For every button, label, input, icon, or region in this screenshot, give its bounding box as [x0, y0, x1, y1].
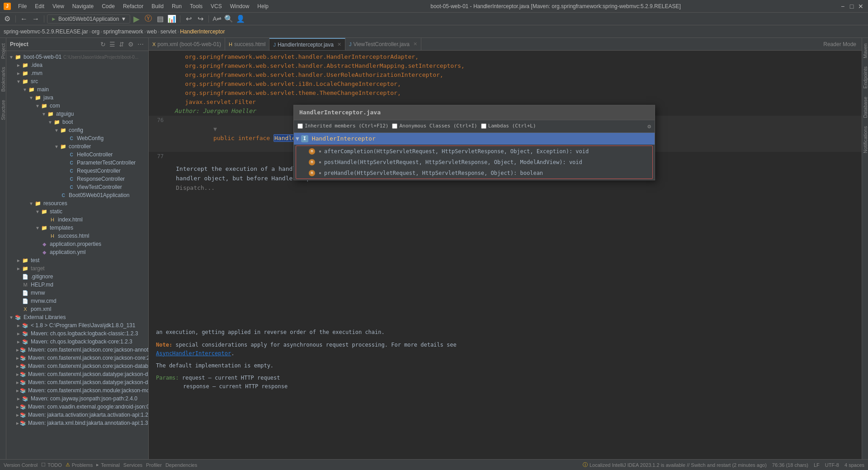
menu-code[interactable]: Code — [98, 2, 118, 10]
tree-gitignore[interactable]: ► 📄 .gitignore — [6, 273, 148, 281]
tab-close-icon2[interactable]: ✕ — [413, 41, 417, 47]
menu-bar[interactable]: File Edit View Navigate Code Refactor Bu… — [14, 2, 272, 10]
user-button[interactable]: 👤 — [235, 14, 246, 24]
anonymous-checkbox[interactable]: Anonymous Classes (Ctrl+I) — [392, 122, 477, 130]
tree-lib-jackson-databind[interactable]: ► 📚 Maven: com.fasterxml.jackson.core:ja… — [6, 362, 148, 370]
terminal-status[interactable]: ▸ Terminal — [96, 462, 120, 468]
profiler-status[interactable]: Profiler — [146, 462, 162, 468]
code-editor[interactable]: org.springframework.web.servlet.handler.… — [149, 51, 862, 459]
tab-successhtml[interactable]: H success.html — [225, 38, 269, 50]
popup-section-handler-interceptor[interactable]: ▼ I HandlerInterceptor — [294, 133, 655, 145]
list-action[interactable]: ☰ — [108, 40, 116, 49]
debug-button[interactable]: Ⓨ — [143, 14, 154, 24]
undo-button[interactable]: ↩ — [183, 14, 194, 24]
tree-viewtestcontroller[interactable]: ► C ViewTestController — [6, 183, 148, 191]
bookmarks-vtab[interactable]: Bookmarks — [0, 63, 7, 95]
tree-static[interactable]: ▼ 📁 static — [6, 207, 148, 216]
lambdas-checkbox-input[interactable] — [481, 123, 486, 129]
popup-method-posthandle[interactable]: m ▪ postHandle(HttpServletRequest, HttpS… — [296, 157, 652, 168]
tree-requestcontroller[interactable]: ► C RequestController — [6, 167, 148, 175]
tree-lib-jackson-core[interactable]: ► 📚 Maven: com.fasterxml.jackson.core:ja… — [6, 354, 148, 362]
menu-run[interactable]: Run — [168, 2, 185, 10]
services-status[interactable]: Services — [123, 462, 142, 468]
tab-close-icon[interactable]: ✕ — [337, 42, 341, 47]
tree-boot05application[interactable]: ► C Boot05Web01Application — [6, 191, 148, 199]
minimize-button[interactable]: − — [839, 3, 846, 10]
tree-jdk[interactable]: ► 📚 < 1.8 > C:\Program Files\Java\jdk1.8… — [6, 321, 148, 329]
sort-action[interactable]: ⇵ — [118, 40, 125, 49]
tab-handlerinterceptor[interactable]: J HandlerInterceptor.java ✕ — [269, 38, 345, 50]
tree-lib-jsonpath[interactable]: ► 📚 Maven: com.jayway.jsonpath:json-path… — [6, 395, 148, 403]
lambdas-checkbox[interactable]: Lambdas (Ctrl+L) — [481, 122, 536, 130]
tab-viewtestcontroller[interactable]: J ViewTestController.java ✕ — [345, 38, 421, 50]
forward-button[interactable]: → — [30, 14, 41, 24]
window-controls[interactable]: − □ ✕ — [839, 3, 864, 10]
tree-helpmd[interactable]: ► M HELP.md — [6, 281, 148, 289]
tree-controller[interactable]: ▼ 📁 controller — [6, 142, 148, 150]
run-button[interactable]: ▶ — [131, 14, 142, 24]
menu-edit[interactable]: Edit — [31, 2, 48, 10]
indent-status[interactable]: 4 spaces — [844, 462, 864, 468]
notifications-tab[interactable]: Notifications — [862, 122, 868, 157]
lf-status[interactable]: LF — [814, 462, 820, 468]
inherited-checkbox[interactable]: Inherited members (Ctrl+F12) — [297, 122, 388, 130]
inherited-checkbox-input[interactable] — [297, 123, 303, 129]
breadcrumb-servlet[interactable]: servlet — [160, 28, 176, 35]
more-action[interactable]: ⋯ — [137, 40, 145, 49]
tree-lib-vaadin[interactable]: ► 📚 Maven: com.vaadin.external.google:an… — [6, 403, 148, 411]
translate-button[interactable]: A⇌ — [212, 14, 222, 24]
tree-lib-logback-core[interactable]: ► 📚 Maven: ch.qos.logback:logback-core:1… — [6, 338, 148, 346]
tree-test[interactable]: ► 📁 test — [6, 256, 148, 264]
tree-mvnw[interactable]: ► 📄 mvnw — [6, 289, 148, 297]
coverage-button[interactable]: ▤ — [155, 14, 165, 24]
tree-resources[interactable]: ▼ 📁 resources — [6, 199, 148, 207]
tree-main[interactable]: ▼ 📁 main — [6, 85, 148, 94]
maximize-button[interactable]: □ — [848, 3, 855, 10]
tree-root[interactable]: ▼ 📁 boot-05-web-01 C:\Users\Jason\IdeaPr… — [6, 53, 148, 61]
tab-pomxml[interactable]: X pom.xml (boot-05-web-01) — [149, 38, 225, 50]
search-button[interactable]: 🔍 — [223, 14, 234, 24]
redo-button[interactable]: ↪ — [195, 14, 206, 24]
menu-refactor[interactable]: Refactor — [119, 2, 147, 10]
doc-link[interactable]: AsyncHandlerInterceptor — [156, 350, 231, 357]
settings-action[interactable]: ⚙ — [127, 40, 135, 49]
tree-lib-jackson-annotation[interactable]: ► 📚 Maven: com.fasterxml.jackson.core:ja… — [6, 346, 148, 354]
tree-appproperties[interactable]: ► ◆ application.properties — [6, 240, 148, 248]
menu-view[interactable]: View — [49, 2, 68, 10]
tree-pomxml[interactable]: ► X pom.xml — [6, 305, 148, 313]
tree-appyml[interactable]: ► ◆ application.yml — [6, 248, 148, 256]
project-vtab[interactable]: Project — [0, 40, 7, 62]
menu-file[interactable]: File — [14, 2, 30, 10]
tree-com[interactable]: ▼ 📁 com — [6, 102, 148, 110]
sync-action[interactable]: ↻ — [99, 40, 107, 49]
popup-settings-icon[interactable]: ⚙ — [647, 122, 651, 131]
tree-config[interactable]: ▼ 📁 config — [6, 126, 148, 134]
tree-webconfig[interactable]: ► C WebConfig — [6, 134, 148, 142]
tree-boot[interactable]: ▼ 📁 boot — [6, 118, 148, 126]
menu-help[interactable]: Help — [254, 2, 272, 10]
todo-status[interactable]: ☐ TODO — [41, 462, 62, 468]
tree-lib-jackson-data1[interactable]: ► 📚 Maven: com.fasterxml.jackson.datatyp… — [6, 370, 148, 378]
tree-responsecontroller[interactable]: ► C ResponseController — [6, 175, 148, 183]
tree-successhtml[interactable]: ► H success.html — [6, 232, 148, 240]
back-button[interactable]: ← — [19, 14, 29, 24]
anonymous-checkbox-input[interactable] — [392, 123, 397, 129]
tree-target[interactable]: ► 📁 target — [6, 264, 148, 273]
close-button[interactable]: ✕ — [857, 3, 864, 10]
tree-lib-jackson-module[interactable]: ► 📚 Maven: com.fasterxml.jackson.module:… — [6, 386, 148, 395]
tree-mvnwcmd[interactable]: ► 📄 mvnw.cmd — [6, 297, 148, 305]
breadcrumb-springframework[interactable]: springframework — [103, 28, 143, 35]
menu-tools[interactable]: Tools — [186, 2, 206, 10]
position-status[interactable]: 76:36 (18 chars) — [772, 462, 808, 468]
settings-button[interactable]: ⚙ — [2, 14, 13, 24]
version-control-status[interactable]: Version Control — [4, 462, 38, 468]
tree-templates[interactable]: ▼ 📁 templates — [6, 224, 148, 232]
reader-mode-label[interactable]: Reader Mode — [818, 38, 862, 50]
breadcrumb-class[interactable]: HandlerInterceptor — [180, 28, 225, 35]
database-tab[interactable]: Database — [862, 93, 868, 122]
tree-external-libs[interactable]: ▼ 📚 External Libraries — [6, 313, 148, 321]
tree-indexhtml[interactable]: ► H index.html — [6, 216, 148, 224]
tree-lib-jakarta-activation[interactable]: ► 📚 Maven: jakarta.activation:jakarta.ac… — [6, 411, 148, 419]
tree-mvn[interactable]: ► 📁 .mvn — [6, 69, 148, 77]
breadcrumb-org[interactable]: org — [92, 28, 99, 35]
